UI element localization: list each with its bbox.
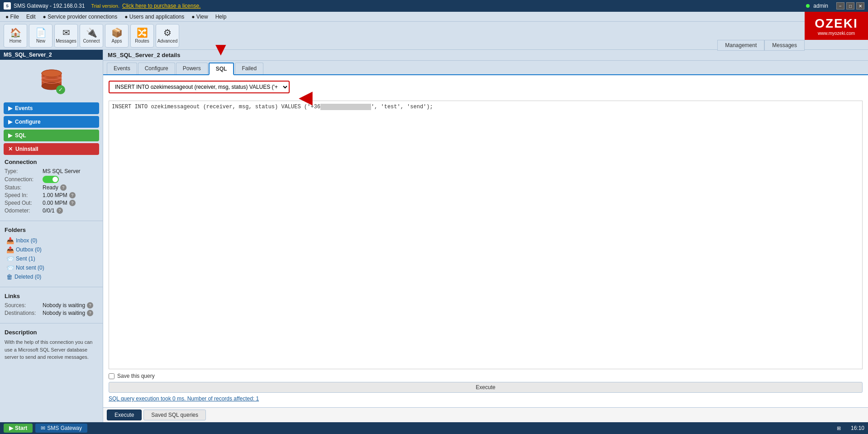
connection-label: Connection:	[5, 176, 41, 183]
notsent-label: Not sent (0)	[16, 265, 44, 271]
menu-help[interactable]: Help	[212, 13, 230, 21]
ozeki-sub-text: www.myozeki.com	[818, 31, 855, 36]
menu-users[interactable]: ● Users and applications	[121, 13, 188, 21]
inbox-icon: 📥	[6, 237, 14, 244]
svg-point-5	[42, 70, 62, 77]
sql-button[interactable]: ▶ SQL	[4, 130, 99, 141]
sources-row: Sources: Nobody is waiting ?	[5, 302, 98, 309]
minimize-button[interactable]: −	[836, 2, 844, 10]
toolbar-new-button[interactable]: 📄 New	[29, 24, 52, 48]
menu-view[interactable]: ● View	[188, 13, 211, 21]
configure-button[interactable]: ▶ Configure	[4, 116, 99, 128]
configure-label: Configure	[15, 119, 41, 125]
dest-help-icon[interactable]: ?	[87, 310, 93, 316]
toolbar-home-button[interactable]: 🏠 Home	[4, 24, 27, 48]
menu-edit[interactable]: Edit	[23, 13, 39, 21]
gateway-label: SMS Gateway	[47, 425, 82, 431]
description-text: With the help of this connection you can…	[5, 338, 98, 361]
tab-configure[interactable]: Configure	[138, 63, 175, 74]
odometer-help-icon[interactable]: ?	[57, 207, 63, 214]
speedout-label: Speed Out:	[5, 200, 41, 206]
bottom-tab-execute[interactable]: Execute	[107, 410, 142, 420]
toolbar-apps-button[interactable]: 📦 Apps	[105, 24, 129, 48]
clock: 16:10	[851, 425, 864, 431]
status-label: Status:	[5, 184, 41, 191]
sql-query-dropdown[interactable]: INSERT INTO ozekimessageout (receiver, m…	[109, 81, 290, 93]
inbox-label: Inbox (0)	[16, 237, 37, 244]
description-section: Description With the help of this connec…	[0, 326, 103, 364]
folder-notsent[interactable]: 📨 Not sent (0)	[5, 263, 98, 272]
tab-messages[interactable]: Messages	[764, 40, 805, 50]
content-header: MS_SQL_Server_2 details	[103, 50, 868, 61]
menu-file[interactable]: ● File	[2, 13, 23, 21]
save-query-checkbox[interactable]	[109, 373, 114, 379]
odometer-label: Odometer:	[5, 207, 41, 214]
speedin-help-icon[interactable]: ?	[69, 192, 76, 198]
admin-status-dot	[806, 4, 810, 8]
bottom-tabs: Execute Saved SQL queries	[103, 407, 868, 422]
type-value: MS SQL Server	[43, 168, 81, 174]
outbox-icon: 📤	[6, 246, 14, 253]
outbox-label: Outbox (0)	[16, 246, 42, 253]
close-button[interactable]: ✕	[856, 2, 864, 10]
sql-label: SQL	[15, 132, 26, 139]
result-text: SQL query execution took 0 ms. Number of…	[109, 395, 863, 402]
menu-service-provider[interactable]: ● Service provider connections	[39, 13, 121, 21]
admin-label: admin	[813, 3, 828, 9]
conn-connection-row: Connection:	[5, 176, 98, 183]
uninstall-label: Uninstall	[15, 146, 38, 152]
deleted-label: Deleted (0)	[14, 274, 41, 280]
links-section: Links Sources: Nobody is waiting ? Desti…	[0, 290, 103, 320]
db-check-icon: ✓	[56, 85, 65, 94]
speedout-help-icon[interactable]: ?	[69, 200, 76, 206]
folder-deleted[interactable]: 🗑 Deleted (0)	[5, 272, 98, 281]
ozeki-branding: OZEKI www.myozeki.com	[805, 12, 868, 40]
conn-type-row: Type: MS SQL Server	[5, 168, 98, 174]
tab-management[interactable]: Management	[717, 40, 764, 50]
sys-tray-icon: ⊞	[837, 425, 841, 431]
folder-inbox[interactable]: 📥 Inbox (0)	[5, 236, 98, 245]
apps-icon: 📦	[111, 28, 123, 37]
tab-powers[interactable]: Powers	[176, 63, 208, 74]
tab-failed[interactable]: Failed	[235, 63, 263, 74]
content-area: MS_SQL_Server_2 details Events Configure…	[103, 50, 868, 422]
start-button[interactable]: ▶ Start	[4, 424, 33, 433]
new-icon: 📄	[35, 28, 47, 37]
toolbar-advanced-button[interactable]: ⚙ Advanced	[156, 24, 179, 48]
events-button[interactable]: ▶ Events	[4, 102, 99, 114]
maximize-button[interactable]: □	[846, 2, 854, 10]
conn-speedin-row: Speed In: 1.00 MPM ?	[5, 192, 98, 198]
status-help-icon[interactable]: ?	[60, 184, 67, 191]
messages-label: Messages	[56, 39, 76, 43]
routes-icon: 🔀	[137, 28, 148, 37]
speedin-label: Speed In:	[5, 192, 41, 198]
toolbar-messages-button[interactable]: ✉ Messages	[54, 24, 78, 48]
sent-icon: 📨	[6, 255, 14, 262]
gateway-button[interactable]: ✉ SMS Gateway	[35, 424, 87, 433]
sources-help-icon[interactable]: ?	[87, 302, 93, 309]
toolbar-connect-button[interactable]: 🔌 Connect	[80, 24, 103, 48]
tab-events[interactable]: Events	[107, 63, 137, 74]
sources-value: Nobody is waiting	[43, 302, 85, 309]
uninstall-button[interactable]: ✕ Uninstall	[4, 143, 99, 155]
events-label: Events	[15, 105, 33, 111]
sql-editor-area[interactable]: INSERT INTO ozekimessageout (receiver, m…	[109, 101, 863, 369]
statusbar-left: ▶ Start ✉ SMS Gateway	[4, 424, 87, 433]
uninstall-x-icon: ✕	[8, 146, 13, 152]
events-arrow-icon: ▶	[8, 105, 12, 111]
bottom-tab-saved-queries[interactable]: Saved SQL queries	[143, 410, 206, 420]
title-right: admin − □ ✕	[806, 2, 864, 10]
dest-label: Destinations:	[5, 310, 41, 316]
tab-sql[interactable]: SQL	[209, 63, 234, 75]
execute-button[interactable]: Execute	[109, 382, 863, 393]
toolbar-routes-button[interactable]: 🔀 Routes	[130, 24, 154, 48]
window-controls: − □ ✕	[836, 2, 864, 10]
trial-link[interactable]: Click here to purchase a license.	[122, 3, 200, 9]
connection-toggle[interactable]	[43, 176, 59, 183]
destinations-row: Destinations: Nobody is waiting ?	[5, 310, 98, 316]
title-left: S SMS Gateway - 192.168.0.31 Trial versi…	[4, 2, 200, 10]
folder-sent[interactable]: 📨 Sent (1)	[5, 254, 98, 263]
folder-outbox[interactable]: 📤 Outbox (0)	[5, 245, 98, 254]
advanced-icon: ⚙	[163, 28, 172, 37]
conn-status-row: Status: Ready ?	[5, 184, 98, 191]
